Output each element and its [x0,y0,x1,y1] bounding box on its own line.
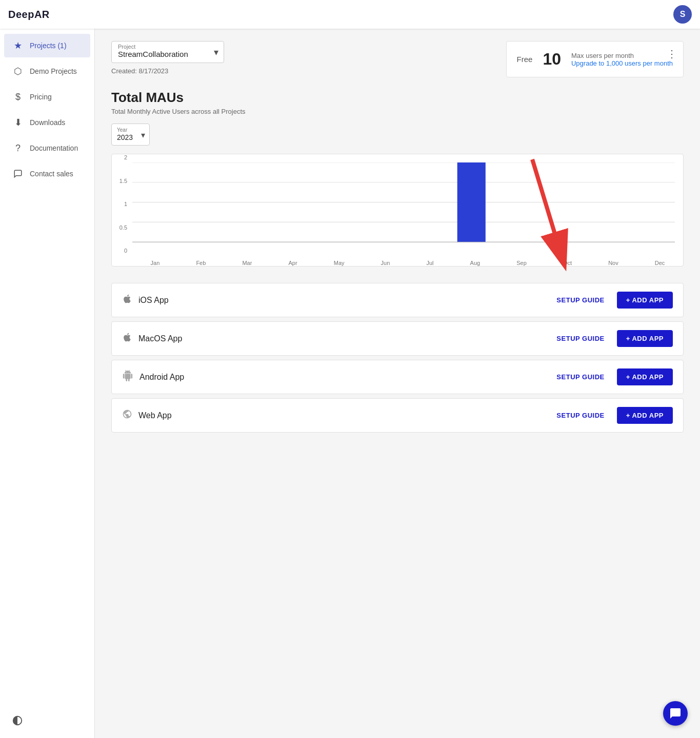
x-label-feb: Feb [196,260,206,266]
chart-bar-aug [457,162,486,242]
chat-icon [12,168,24,179]
sidebar-item-projects[interactable]: ★ Projects (1) [4,34,90,57]
download-icon: ⬇ [12,117,24,128]
year-value: 2023 [117,133,133,141]
app-row-macos-left: MacOS App [122,332,182,345]
web-icon [122,409,132,422]
mau-title: Total MAUs [111,90,684,106]
y-label-1: 1 [124,201,127,207]
android-app-label: Android App [139,373,184,382]
pricing-icon: $ [12,91,24,102]
sidebar-item-label: Documentation [30,144,78,152]
subscription-count: 10 [543,50,561,69]
upgrade-link[interactable]: Upgrade to 1,000 users per month [571,59,673,67]
sidebar-item-downloads[interactable]: ⬇ Downloads [4,111,90,134]
app-logo: DeepAR [8,9,50,20]
ios-icon [122,294,132,306]
project-left: Project StreamCollaboration ▾ Created: 8… [111,41,224,75]
user-avatar[interactable]: S [673,5,692,24]
year-label: Year [117,127,133,133]
chat-fab-button[interactable] [663,701,688,726]
app-row-ios: iOS App SETUP GUIDE + ADD APP [111,283,684,317]
subscription-max-label: Max users per month [571,52,673,59]
web-add-app-button[interactable]: + ADD APP [617,407,673,424]
x-label-sep: Sep [516,260,527,266]
project-label: Project [118,44,135,50]
x-label-oct: Oct [563,260,572,266]
app-row-web-left: Web App [122,409,172,422]
x-label-nov: Nov [608,260,618,266]
app-row-ios-right: SETUP GUIDE + ADD APP [550,292,673,309]
android-add-app-button[interactable]: + ADD APP [617,368,673,385]
subscription-card: Free 10 Max users per month Upgrade to 1… [506,41,684,77]
app-rows: iOS App SETUP GUIDE + ADD APP MacOS App [111,283,684,433]
web-app-label: Web App [138,411,172,420]
sidebar: ★ Projects (1) ⬡ Demo Projects $ Pricing… [0,29,95,738]
subscription-details: Max users per month Upgrade to 1,000 use… [571,52,673,67]
x-label-apr: Apr [289,260,297,266]
demo-icon: ⬡ [12,66,24,77]
year-chevron-icon: ▾ [141,130,145,139]
sidebar-item-demo-projects[interactable]: ⬡ Demo Projects [4,59,90,83]
app-row-ios-left: iOS App [122,294,169,306]
web-setup-guide-button[interactable]: SETUP GUIDE [550,407,610,423]
macos-add-app-button[interactable]: + ADD APP [617,330,673,347]
star-icon: ★ [12,40,24,51]
sidebar-item-label: Demo Projects [30,67,77,75]
x-label-may: May [334,260,345,266]
sidebar-item-label: Contact sales [30,170,73,178]
x-label-jul: Jul [426,260,433,266]
mau-subtitle: Total Monthly Active Users across all Pr… [111,108,684,115]
project-name: StreamCollaboration [118,50,205,58]
android-icon [122,370,133,384]
app-row-web-right: SETUP GUIDE + ADD APP [550,407,673,424]
sidebar-item-documentation[interactable]: ? Documentation [4,136,90,160]
x-label-dec: Dec [655,260,665,266]
x-label-aug: Aug [470,260,481,266]
docs-icon: ? [12,142,24,154]
more-options-icon[interactable]: ⋮ [667,48,677,60]
sidebar-item-label: Pricing [30,93,52,101]
sidebar-item-label: Projects (1) [30,42,67,50]
sidebar-bottom [0,703,94,738]
chart-svg [132,162,675,262]
chevron-down-icon: ▾ [214,47,218,58]
macos-icon [122,332,132,345]
y-axis-labels: 2 1.5 1 0.5 0 [112,154,130,254]
x-label-jan: Jan [151,260,160,266]
topbar: DeepAR S [0,0,700,29]
y-label-0: 0 [124,248,127,254]
android-setup-guide-button[interactable]: SETUP GUIDE [550,369,610,385]
y-label-1-5: 1.5 [119,178,127,184]
ios-add-app-button[interactable]: + ADD APP [617,292,673,309]
main-content: Project StreamCollaboration ▾ Created: 8… [95,29,700,738]
theme-toggle-button[interactable] [8,711,27,730]
mau-chart: 2 1.5 1 0.5 0 Jan Feb Mar Apr May Jun Ju… [111,154,684,266]
project-selector[interactable]: Project StreamCollaboration ▾ [111,41,224,63]
macos-setup-guide-button[interactable]: SETUP GUIDE [550,331,610,346]
app-row-android-right: SETUP GUIDE + ADD APP [550,368,673,385]
subscription-plan: Free [517,55,533,64]
sidebar-item-label: Downloads [30,118,65,127]
project-created-date: Created: 8/17/2023 [111,67,224,75]
y-label-0-5: 0.5 [119,224,127,231]
y-label-2: 2 [124,154,127,160]
ios-app-label: iOS App [138,296,169,305]
mau-section: Total MAUs Total Monthly Active Users ac… [111,90,684,266]
x-axis-labels: Jan Feb Mar Apr May Jun Jul Aug Sep Oct … [132,260,683,266]
ios-setup-guide-button[interactable]: SETUP GUIDE [550,292,610,308]
sidebar-item-contact-sales[interactable]: Contact sales [4,162,90,186]
app-row-android-left: Android App [122,370,184,384]
main-layout: ★ Projects (1) ⬡ Demo Projects $ Pricing… [0,29,700,738]
app-row-macos-right: SETUP GUIDE + ADD APP [550,330,673,347]
year-selector[interactable]: Year 2023 ▾ [111,124,150,146]
app-row-web: Web App SETUP GUIDE + ADD APP [111,398,684,433]
sidebar-item-pricing[interactable]: $ Pricing [4,85,90,109]
x-label-mar: Mar [242,260,252,266]
macos-app-label: MacOS App [138,334,182,343]
project-header: Project StreamCollaboration ▾ Created: 8… [111,41,684,77]
x-label-jun: Jun [381,260,390,266]
app-row-macos: MacOS App SETUP GUIDE + ADD APP [111,321,684,356]
app-row-android: Android App SETUP GUIDE + ADD APP [111,360,684,394]
